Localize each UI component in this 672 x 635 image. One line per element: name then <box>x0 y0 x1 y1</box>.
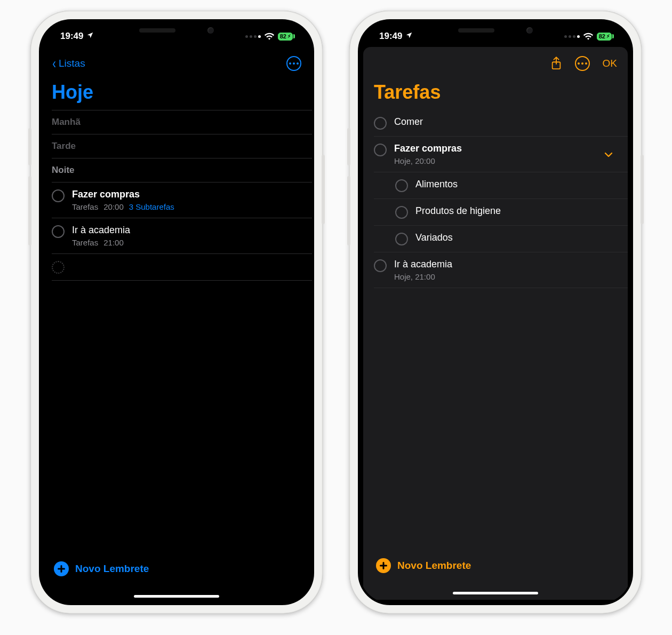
subtask-title: Alimentos <box>415 179 617 190</box>
list-sheet: OK Tarefas Comer <box>363 47 628 600</box>
battery-level: 82 <box>280 34 286 39</box>
complete-toggle[interactable] <box>395 179 408 192</box>
page-title: Tarefas <box>363 76 628 110</box>
reminders-list: Comer Fazer compras Hoje, 20:00 <box>363 110 628 288</box>
new-reminder-button[interactable]: Novo Lembrete <box>376 558 615 573</box>
new-reminder-label: Novo Lembrete <box>75 563 149 575</box>
battery-level: 82 <box>599 34 605 39</box>
cellular-icon <box>564 35 580 38</box>
reminder-due: Hoje, 21:00 <box>394 272 435 281</box>
notch <box>115 21 238 39</box>
subtask-row[interactable]: Produtos de higiene <box>374 199 628 225</box>
chevron-down-icon <box>604 152 613 157</box>
complete-toggle[interactable] <box>52 225 65 238</box>
complete-toggle[interactable] <box>374 144 387 156</box>
reminder-time: 21:00 <box>103 238 124 247</box>
reminder-title: Fazer compras <box>394 143 597 154</box>
more-button[interactable] <box>575 56 590 71</box>
notch <box>434 21 557 39</box>
page-title: Hoje <box>41 76 312 110</box>
cellular-icon <box>245 35 261 38</box>
status-time: 19:49 <box>379 31 402 42</box>
ellipsis-circle-icon <box>575 56 590 71</box>
status-time: 19:49 <box>60 31 83 42</box>
new-reminder-button[interactable]: Novo Lembrete <box>54 561 299 576</box>
reminder-due: Hoje, 20:00 <box>394 156 435 165</box>
screen-today: 19:49 82⚡︎ <box>41 21 312 603</box>
ok-button[interactable]: OK <box>603 58 617 69</box>
plus-circle-icon <box>376 558 391 573</box>
new-reminder-placeholder-icon <box>52 261 65 274</box>
complete-toggle[interactable] <box>374 259 387 272</box>
screen-tarefas: 19:49 82⚡︎ <box>360 21 631 603</box>
reminder-row[interactable]: Ir à academia Hoje, 21:00 <box>374 252 628 288</box>
nav-bar: OK <box>363 47 628 76</box>
home-indicator[interactable] <box>134 595 219 598</box>
battery-icon: 82⚡︎ <box>278 33 293 41</box>
home-indicator[interactable] <box>453 592 538 594</box>
reminder-row[interactable]: Ir à academia Tarefas 21:00 <box>52 218 312 253</box>
new-reminder-label: Novo Lembrete <box>397 560 471 572</box>
section-morning: Manhã <box>52 110 312 134</box>
plus-circle-icon <box>54 561 69 576</box>
complete-toggle[interactable] <box>52 189 65 202</box>
subtask-row[interactable]: Alimentos <box>374 172 628 199</box>
ellipsis-circle-icon <box>286 56 301 71</box>
subtask-title: Produtos de higiene <box>415 205 617 217</box>
more-button[interactable] <box>286 56 301 71</box>
complete-toggle[interactable] <box>395 206 408 219</box>
wifi-icon <box>583 33 594 40</box>
reminder-row[interactable]: Fazer compras Tarefas 20:00 3 Subtarefas <box>52 182 312 218</box>
subtask-row[interactable]: Variados <box>374 225 628 252</box>
reminder-row[interactable]: Fazer compras Hoje, 20:00 <box>374 136 628 172</box>
empty-reminder-row[interactable] <box>52 253 312 281</box>
reminder-title: Ir à academia <box>394 259 617 270</box>
reminders-list: Manhã Tarde Noite Fazer compras Tarefas … <box>41 110 312 281</box>
expand-toggle[interactable] <box>604 149 613 160</box>
wifi-icon <box>264 33 275 40</box>
phone-frame-left: 19:49 82⚡︎ <box>30 11 323 614</box>
back-label: Listas <box>59 58 85 69</box>
location-icon <box>86 31 94 41</box>
subtask-title: Variados <box>415 232 617 243</box>
reminder-list-label: Tarefas <box>72 238 98 247</box>
reminder-time: 20:00 <box>103 202 124 211</box>
battery-icon: 82⚡︎ <box>597 33 612 41</box>
reminder-row[interactable]: Comer <box>374 110 628 136</box>
reminder-title: Ir à academia <box>72 225 301 236</box>
back-button[interactable]: ‹ Listas <box>52 58 85 69</box>
complete-toggle[interactable] <box>395 233 408 245</box>
reminder-title: Comer <box>394 116 617 128</box>
section-afternoon: Tarde <box>52 134 312 158</box>
share-button[interactable] <box>550 56 562 71</box>
phone-frame-right: 19:49 82⚡︎ <box>349 11 642 614</box>
reminder-title: Fazer compras <box>72 189 301 200</box>
complete-toggle[interactable] <box>374 117 387 130</box>
section-night: Noite <box>52 158 312 182</box>
reminder-list-label: Tarefas <box>72 202 98 211</box>
location-icon <box>405 31 413 41</box>
subtasks-link[interactable]: 3 Subtarefas <box>129 202 174 211</box>
